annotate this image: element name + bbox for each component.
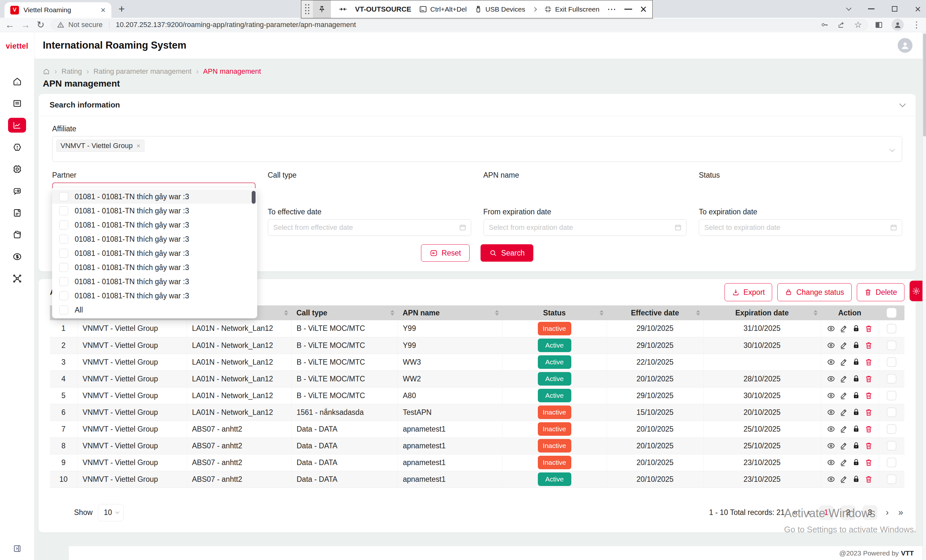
to-effective-date-input[interactable]: Select from effective date (268, 219, 471, 236)
column-header[interactable]: Expiration date (703, 306, 821, 320)
lock-icon[interactable] (852, 408, 860, 416)
lock-icon[interactable] (852, 375, 860, 383)
sidebar-item-home[interactable] (0, 71, 34, 92)
password-key-icon[interactable] (821, 21, 828, 29)
view-eye-icon[interactable] (827, 458, 835, 467)
side-panel-icon[interactable] (875, 21, 883, 29)
sidebar-item-files[interactable] (0, 224, 34, 245)
row-checkbox[interactable] (887, 424, 896, 434)
view-eye-icon[interactable] (827, 375, 835, 383)
sort-arrows-icon[interactable] (390, 310, 394, 316)
option-checkbox[interactable] (59, 192, 68, 201)
back-icon[interactable]: ← (5, 20, 15, 30)
view-eye-icon[interactable] (827, 341, 835, 350)
breadcrumb-item-rating[interactable]: Rating (62, 67, 82, 76)
row-checkbox[interactable] (887, 474, 896, 484)
option-checkbox[interactable] (59, 263, 68, 272)
breadcrumb-home-icon[interactable] (43, 68, 50, 75)
from-expiration-date-input[interactable]: Select from expiration date (483, 219, 687, 236)
sidebar-item-invoice[interactable] (0, 202, 34, 224)
bookmark-star-icon[interactable]: ☆ (854, 21, 862, 29)
sidebar-item-system-config[interactable] (0, 158, 34, 180)
column-header[interactable]: Status (502, 306, 607, 320)
table-settings-tab[interactable] (909, 281, 923, 301)
edit-pencil-icon[interactable] (840, 358, 848, 366)
row-checkbox[interactable] (887, 407, 896, 417)
delete-button[interactable]: Delete (857, 283, 905, 301)
reset-button[interactable]: Reset (421, 244, 470, 262)
partner-option[interactable]: 01081 - 01081-TN thích gây war :3 (52, 260, 257, 274)
partner-option[interactable]: 01081 - 01081-TN thích gây war :3 (52, 274, 257, 289)
window-maximize-icon[interactable] (892, 6, 897, 12)
previous-page-icon[interactable]: ‹ (806, 507, 812, 518)
sidebar-collapse-button[interactable] (0, 544, 34, 553)
edit-pencil-icon[interactable] (840, 458, 848, 467)
browser-profile-avatar[interactable] (891, 19, 904, 31)
exit-fullscreen-button[interactable]: Exit Fullscreen (544, 5, 600, 13)
option-checkbox[interactable] (59, 221, 68, 230)
search-panel-header[interactable]: Search information (39, 94, 916, 116)
view-eye-icon[interactable] (827, 425, 835, 433)
edit-pencil-icon[interactable] (840, 341, 848, 350)
sidebar-item-news[interactable] (0, 92, 34, 114)
new-tab-button[interactable]: + (118, 3, 125, 14)
last-page-icon[interactable]: » (897, 507, 905, 518)
select-all-checkbox[interactable] (887, 308, 896, 318)
ctrl-alt-del-button[interactable]: Ctrl+Alt+Del (419, 5, 467, 13)
share-icon[interactable] (837, 21, 845, 29)
row-checkbox[interactable] (887, 391, 896, 400)
option-checkbox[interactable] (59, 235, 68, 244)
sort-arrows-icon[interactable] (600, 310, 604, 316)
address-bar[interactable]: Not secure 10.207.252.137:9200/roaming-a… (51, 19, 868, 30)
lock-icon[interactable] (852, 358, 860, 366)
row-checkbox[interactable] (887, 341, 896, 350)
row-checkbox[interactable] (887, 458, 896, 467)
sidebar-item-network[interactable] (0, 268, 34, 289)
partner-option[interactable]: 01081 - 01081-TN thích gây war :3 (52, 232, 257, 246)
view-eye-icon[interactable] (827, 358, 835, 366)
partner-option[interactable]: 01081 - 01081-TN thích gây war :3 (52, 189, 257, 204)
toolbar-grip-handle[interactable] (301, 0, 313, 18)
edit-pencil-icon[interactable] (840, 375, 848, 383)
column-header[interactable]: APN name (398, 306, 502, 320)
option-checkbox[interactable] (59, 206, 68, 215)
toolbar-close-icon[interactable]: × (640, 3, 647, 15)
toolbar-more-chevron-icon[interactable] (533, 8, 536, 11)
sidebar-item-rating-active[interactable] (0, 114, 34, 136)
edit-pencil-icon[interactable] (840, 408, 848, 416)
page-button-2[interactable]: 2 (841, 505, 855, 520)
page-size-select[interactable]: 10 (98, 504, 124, 521)
view-eye-icon[interactable] (827, 324, 835, 333)
edit-pencil-icon[interactable] (840, 324, 848, 333)
usb-devices-button[interactable]: USB Devices (474, 6, 525, 13)
view-eye-icon[interactable] (827, 475, 835, 483)
delete-trash-icon[interactable] (864, 442, 873, 450)
sidebar-item-messages[interactable] (0, 180, 34, 202)
sort-arrows-icon[interactable] (495, 310, 499, 316)
edit-pencil-icon[interactable] (840, 425, 848, 433)
delete-trash-icon[interactable] (864, 375, 873, 383)
view-eye-icon[interactable] (827, 408, 835, 416)
lock-icon[interactable] (852, 458, 860, 467)
breadcrumb-item-rating-parameter[interactable]: Rating parameter management (94, 67, 192, 76)
delete-trash-icon[interactable] (864, 475, 873, 483)
remove-tag-icon[interactable]: × (136, 142, 140, 150)
option-checkbox[interactable] (59, 249, 68, 258)
delete-trash-icon[interactable] (864, 324, 873, 333)
lock-icon[interactable] (852, 425, 860, 433)
lock-icon[interactable] (852, 341, 860, 350)
next-page-icon[interactable]: › (885, 507, 890, 518)
toolbar-minimize-icon[interactable] (625, 9, 632, 10)
pin-button[interactable] (313, 0, 331, 18)
dropdown-scrollbar-thumb[interactable] (252, 191, 256, 204)
sidebar-item-finance[interactable] (0, 245, 34, 268)
lock-icon[interactable] (852, 391, 860, 400)
edit-pencil-icon[interactable] (840, 442, 848, 450)
partner-option[interactable]: 01081 - 01081-TN thích gây war :3 (52, 246, 257, 260)
search-button[interactable]: Search (481, 244, 533, 262)
row-checkbox[interactable] (887, 357, 896, 367)
lock-icon[interactable] (852, 324, 860, 333)
partner-option[interactable]: 01081 - 01081-TN thích gây war :3 (52, 218, 257, 232)
collapse-toolbar-button[interactable] (339, 5, 347, 14)
forward-icon[interactable]: → (21, 20, 30, 30)
